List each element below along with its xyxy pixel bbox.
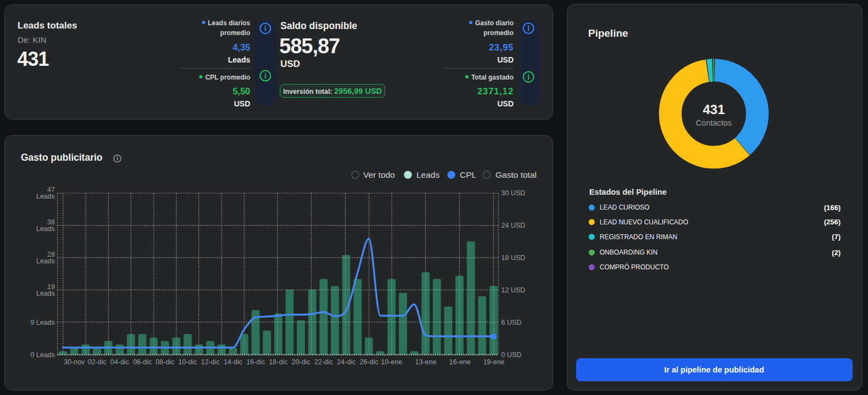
svg-text:08-dic: 08-dic: [156, 358, 174, 366]
svg-text:19-ene: 19-ene: [483, 358, 505, 366]
svg-text:30-nov: 30-nov: [64, 358, 85, 366]
svg-text:6 USD: 6 USD: [501, 319, 522, 326]
svg-text:20-dic: 20-dic: [291, 358, 310, 366]
svg-text:16-dic: 16-dic: [246, 358, 265, 366]
svg-text:Leads: Leads: [36, 193, 55, 200]
svg-text:06-dic: 06-dic: [133, 358, 151, 366]
svg-text:12-dic: 12-dic: [201, 358, 219, 366]
svg-text:10-ene: 10-ene: [381, 358, 402, 366]
svg-text:Leads: Leads: [36, 290, 55, 297]
svg-text:13-ene: 13-ene: [415, 358, 437, 366]
svg-text:Leads: Leads: [36, 257, 55, 265]
svg-text:9 Leads: 9 Leads: [31, 319, 55, 326]
svg-text:12 USD: 12 USD: [501, 286, 526, 294]
svg-text:0 Leads: 0 Leads: [31, 351, 55, 359]
svg-text:0 USD: 0 USD: [501, 351, 522, 359]
svg-text:16-ene: 16-ene: [449, 358, 471, 366]
svg-text:02-dic: 02-dic: [88, 358, 106, 366]
svg-text:22-dic: 22-dic: [314, 358, 333, 366]
svg-text:14-dic: 14-dic: [224, 358, 243, 366]
svg-text:30 USD: 30 USD: [501, 189, 526, 197]
svg-text:24-dic: 24-dic: [337, 358, 356, 366]
svg-text:26-dic: 26-dic: [359, 358, 378, 366]
svg-text:10-dic: 10-dic: [178, 358, 197, 366]
svg-text:Leads: Leads: [36, 225, 55, 233]
svg-text:04-dic: 04-dic: [110, 358, 129, 366]
svg-text:18 USD: 18 USD: [501, 254, 526, 262]
svg-text:18-dic: 18-dic: [269, 358, 288, 366]
svg-text:24 USD: 24 USD: [501, 222, 526, 229]
